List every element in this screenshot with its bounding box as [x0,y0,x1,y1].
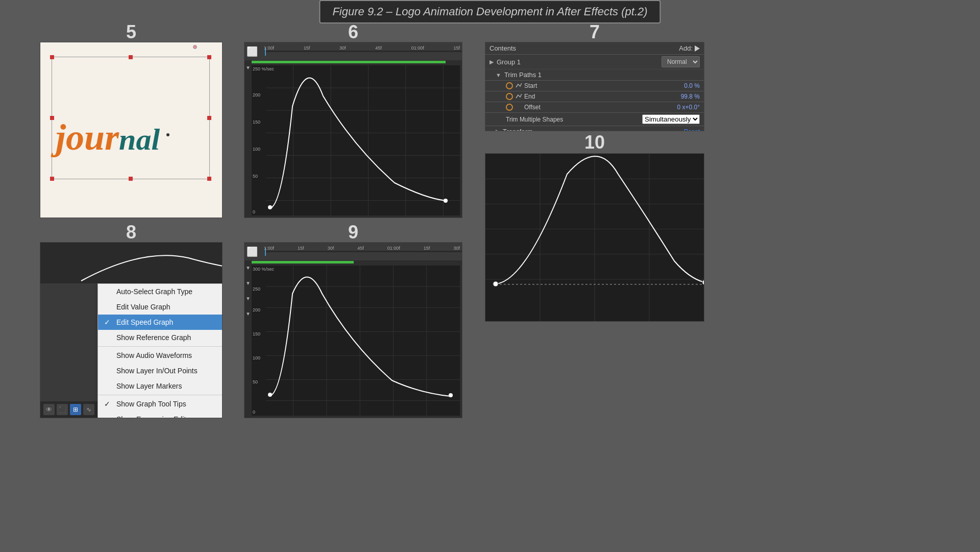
contents-header: Contents Add: [485,42,704,55]
handle-br[interactable] [207,177,211,181]
end-value[interactable]: 99.8 % [681,93,700,100]
speed-curve-6 [270,78,446,208]
edit-value-label: Edit Value Graph [116,303,170,311]
page-title: Figure 9.2 – Logo Animation Development … [319,0,660,23]
handle-tl[interactable] [50,55,54,59]
section-7-label: 7 [485,21,704,43]
show-audio-label: Show Audio Waveforms [116,351,192,359]
speed-curve-9 [270,277,451,397]
dropdown-arrow-6[interactable]: ▼ [246,65,251,70]
dropdown-arrow-9d[interactable]: ▼ [246,311,251,317]
start-stopwatch-icon[interactable] [506,82,513,89]
cursor [166,133,169,136]
trim-multiple-dropdown[interactable]: Simultaneously Individually [642,114,700,124]
handle-mr[interactable] [207,116,211,120]
group1-mode-dropdown[interactable]: Normal Add Multiply [662,56,700,67]
menu-show-expression[interactable]: Show Expression Editor [98,412,223,418]
section-5-label: 5 [40,21,223,43]
graph-area-10 [485,154,704,321]
show-markers-label: Show Layer Markers [116,382,182,390]
keyframe-end-6[interactable] [444,199,448,203]
graph-area-9: 300 %/sec 250 200 150 100 50 0 [252,266,460,416]
menu-divider-2 [98,395,223,395]
transform-label: Transform [503,128,684,131]
group1-row[interactable]: ▶ Group 1 Normal Add Multiply [485,55,704,69]
menu-edit-speed[interactable]: ✓ Edit Speed Graph [98,315,223,330]
panel-9: ⬜ 1:00f15f30f45f01:00f15f30f ▼ ▼ ▼ ▼ 300… [244,242,462,418]
auto-select-label: Auto-Select Graph Type [116,287,192,296]
menu-show-tooltips[interactable]: ✓ Show Graph Tool Tips [98,396,223,412]
trim-multiple-row: Trim Multiple Shapes Simultaneously Indi… [485,113,704,126]
handle-tr[interactable] [207,55,211,59]
graph-grid-6 [252,65,460,215]
tb-grid-icon[interactable]: ⊞ [70,404,81,415]
bg-curve-8 [40,243,222,283]
handle-tm[interactable] [129,55,133,59]
edit-speed-check: ✓ [104,318,110,326]
graph-area-6: 250 %/sec 200 150 100 50 0 [252,65,460,215]
timeline-header-6: ⬜ 1:00f15f30f45f01:00f15f [244,42,462,60]
graph-grid-9 [252,266,460,416]
group1-label: Group 1 [497,58,662,66]
tb-rect-icon[interactable]: ⬛ [57,404,68,415]
section-6-label: 6 [244,21,462,43]
transform-row[interactable]: ▶ Transform Reset [485,126,704,131]
dropdown-arrow-9b[interactable]: ▼ [246,280,251,286]
contents-label: Contents [489,44,516,52]
keyframe-end-9[interactable] [449,393,453,397]
start-label: Start [524,82,684,89]
trim-paths-arrow[interactable]: ▼ [496,72,501,78]
menu-show-markers[interactable]: Show Layer Markers [98,378,223,394]
show-tooltips-label: Show Graph Tool Tips [116,400,186,408]
edit-speed-label: Edit Speed Graph [116,318,173,326]
trim-paths-row[interactable]: ▼ Trim Paths 1 [485,69,704,81]
section-10-label: 10 [485,132,704,153]
tb-curve-icon[interactable]: ∿ [83,404,94,415]
menu-show-audio[interactable]: Show Audio Waveforms [98,348,223,363]
monitor-icon-9: ⬜ [247,246,258,257]
keyframe-start-9[interactable] [268,393,272,397]
offset-stopwatch-icon[interactable] [506,104,513,111]
menu-edit-value[interactable]: Edit Value Graph [98,299,223,315]
dropdown-arrow-9a[interactable]: ▼ [246,265,251,271]
handle-bm[interactable] [129,177,133,181]
logo-text-orange: jour [56,117,119,158]
green-work-bar-9 [252,261,354,263]
offset-value[interactable]: 0 x+0.0° [677,104,700,111]
transform-reset[interactable]: Reset [684,128,700,132]
handle-ml[interactable] [50,116,54,120]
show-tooltips-check: ✓ [104,400,110,408]
dropdown-arrow-9c[interactable]: ▼ [246,296,251,301]
end-stopwatch-icon[interactable] [506,93,513,100]
keyframe-left-10[interactable] [493,281,498,286]
rotation-handle[interactable] [193,45,197,49]
green-work-bar-6 [252,61,446,63]
handle-bl[interactable] [50,177,54,181]
offset-label: Offset [524,104,677,111]
group1-expand-arrow[interactable]: ▶ [489,59,494,65]
end-graph-icon [515,93,522,100]
panel-7: Contents Add: ▶ Group 1 Normal Add Multi… [485,42,704,131]
menu-divider-1 [98,346,223,347]
tb-eye-icon[interactable]: 👁 [43,404,55,415]
panel-8: Auto-Select Graph Type Edit Value Graph … [40,242,223,418]
keyframe-right-10[interactable] [702,280,704,285]
start-value[interactable]: 0.0 % [684,82,700,89]
end-row: End 99.8 % [485,91,704,102]
menu-show-reference[interactable]: Show Reference Graph [98,330,223,345]
section-9-label: 9 [244,222,462,243]
keyframe-start-6[interactable] [268,205,272,209]
context-menu-8: Auto-Select Graph Type Edit Value Graph … [97,283,223,418]
speed-curve-10 [496,156,704,284]
menu-auto-select[interactable]: Auto-Select Graph Type [98,284,223,299]
trim-paths-label: Trim Paths 1 [504,71,542,79]
transform-arrow[interactable]: ▶ [496,128,500,131]
panel-5: journal [40,42,223,218]
show-reference-label: Show Reference Graph [116,333,191,342]
add-dropdown-icon[interactable] [695,45,700,52]
menu-show-inout[interactable]: Show Layer In/Out Points [98,363,223,378]
section-8-label: 8 [40,222,223,243]
logo-text: journal [56,116,160,159]
start-row: Start 0.0 % [485,81,704,91]
panel-10 [485,153,704,322]
